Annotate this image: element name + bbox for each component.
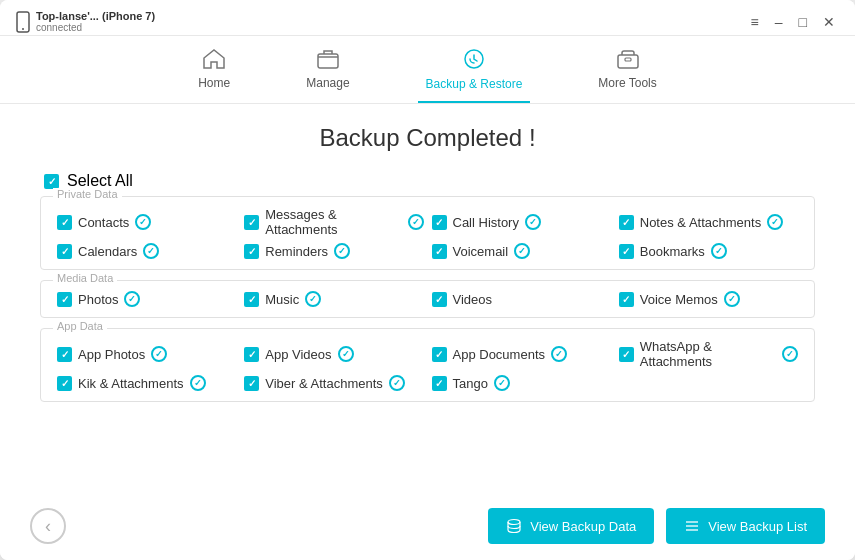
svg-point-6 (508, 520, 520, 525)
app-documents-label: App Documents (453, 347, 546, 362)
call-history-check-circle (525, 214, 541, 230)
voicemail-label: Voicemail (453, 244, 509, 259)
music-label: Music (265, 292, 299, 307)
nav-backup[interactable]: Backup & Restore (418, 44, 531, 95)
navbar: Home Manage Backup & Restore (0, 36, 855, 104)
list-icon (684, 518, 700, 534)
voicemail-checkbox[interactable] (432, 244, 447, 259)
list-item: Voicemail (432, 243, 611, 259)
nav-manage-label: Manage (306, 76, 349, 90)
app-photos-check-circle (151, 346, 167, 362)
back-button[interactable]: ‹ (30, 508, 66, 544)
nav-home-label: Home (198, 76, 230, 90)
viber-checkbox[interactable] (244, 376, 259, 391)
nav-backup-label: Backup & Restore (426, 77, 523, 91)
list-item: Kik & Attachments (57, 375, 236, 391)
notes-checkbox[interactable] (619, 215, 634, 230)
tango-label: Tango (453, 376, 488, 391)
contacts-label: Contacts (78, 215, 129, 230)
phone-icon (16, 11, 30, 33)
menu-button[interactable]: ≡ (747, 12, 763, 32)
photos-checkbox[interactable] (57, 292, 72, 307)
call-history-label: Call History (453, 215, 519, 230)
manage-icon (317, 49, 339, 74)
main-window: Top-lanse'... (iPhone 7) connected ≡ – □… (0, 0, 855, 560)
list-item: App Videos (244, 339, 423, 369)
kik-label: Kik & Attachments (78, 376, 184, 391)
voice-memos-checkbox[interactable] (619, 292, 634, 307)
app-data-section: App Data App Photos App Videos App Docum… (40, 328, 815, 402)
list-item: App Documents (432, 339, 611, 369)
app-documents-checkbox[interactable] (432, 347, 447, 362)
voice-memos-check-circle (724, 291, 740, 307)
photos-check-circle (124, 291, 140, 307)
media-data-section: Media Data Photos Music Videos (40, 280, 815, 318)
view-backup-data-label: View Backup Data (530, 519, 636, 534)
back-icon: ‹ (45, 516, 51, 537)
bookmarks-check-circle (711, 243, 727, 259)
tango-checkbox[interactable] (432, 376, 447, 391)
device-status: connected (36, 22, 155, 33)
photos-label: Photos (78, 292, 118, 307)
app-photos-checkbox[interactable] (57, 347, 72, 362)
list-item: Messages & Attachments (244, 207, 423, 237)
minimize-button[interactable]: – (771, 12, 787, 32)
database-icon (506, 518, 522, 534)
list-item: WhatsApp & Attachments (619, 339, 798, 369)
reminders-checkbox[interactable] (244, 244, 259, 259)
call-history-checkbox[interactable] (432, 215, 447, 230)
calendars-label: Calendars (78, 244, 137, 259)
notes-label: Notes & Attachments (640, 215, 761, 230)
list-item: Reminders (244, 243, 423, 259)
whatsapp-check-circle (782, 346, 798, 362)
list-item: Notes & Attachments (619, 207, 798, 237)
nav-home[interactable]: Home (190, 45, 238, 94)
videos-label: Videos (453, 292, 493, 307)
maximize-button[interactable]: □ (795, 12, 811, 32)
view-backup-data-button[interactable]: View Backup Data (488, 508, 654, 544)
voice-memos-label: Voice Memos (640, 292, 718, 307)
kik-check-circle (190, 375, 206, 391)
bookmarks-checkbox[interactable] (619, 244, 634, 259)
videos-checkbox[interactable] (432, 292, 447, 307)
tango-check-circle (494, 375, 510, 391)
titlebar: Top-lanse'... (iPhone 7) connected ≡ – □… (0, 0, 855, 36)
kik-checkbox[interactable] (57, 376, 72, 391)
svg-rect-5 (625, 58, 631, 61)
home-icon (203, 49, 225, 74)
whatsapp-checkbox[interactable] (619, 347, 634, 362)
close-button[interactable]: ✕ (819, 12, 839, 32)
tools-icon (617, 49, 639, 74)
view-backup-list-button[interactable]: View Backup List (666, 508, 825, 544)
app-documents-check-circle (551, 346, 567, 362)
main-content: Backup Completed ! Select All Private Da… (0, 104, 855, 498)
nav-tools-label: More Tools (598, 76, 656, 90)
list-item: Music (244, 291, 423, 307)
window-controls: ≡ – □ ✕ (747, 12, 839, 32)
messages-label: Messages & Attachments (265, 207, 401, 237)
bookmarks-label: Bookmarks (640, 244, 705, 259)
nav-tools[interactable]: More Tools (590, 45, 664, 94)
list-item: Voice Memos (619, 291, 798, 307)
select-all-checkbox[interactable] (44, 174, 59, 189)
nav-manage[interactable]: Manage (298, 45, 357, 94)
viber-check-circle (389, 375, 405, 391)
reminders-label: Reminders (265, 244, 328, 259)
svg-rect-2 (318, 54, 338, 68)
viber-label: Viber & Attachments (265, 376, 383, 391)
list-item: Viber & Attachments (244, 375, 423, 391)
music-check-circle (305, 291, 321, 307)
app-videos-check-circle (338, 346, 354, 362)
device-info: Top-lanse'... (iPhone 7) connected (16, 10, 155, 33)
whatsapp-label: WhatsApp & Attachments (640, 339, 776, 369)
select-all-row: Select All (40, 172, 815, 190)
notes-check-circle (767, 214, 783, 230)
messages-checkbox[interactable] (244, 215, 259, 230)
list-item: Calendars (57, 243, 236, 259)
calendars-checkbox[interactable] (57, 244, 72, 259)
contacts-checkbox[interactable] (57, 215, 72, 230)
app-videos-checkbox[interactable] (244, 347, 259, 362)
music-checkbox[interactable] (244, 292, 259, 307)
device-name: Top-lanse'... (iPhone 7) (36, 10, 155, 22)
list-item: Photos (57, 291, 236, 307)
